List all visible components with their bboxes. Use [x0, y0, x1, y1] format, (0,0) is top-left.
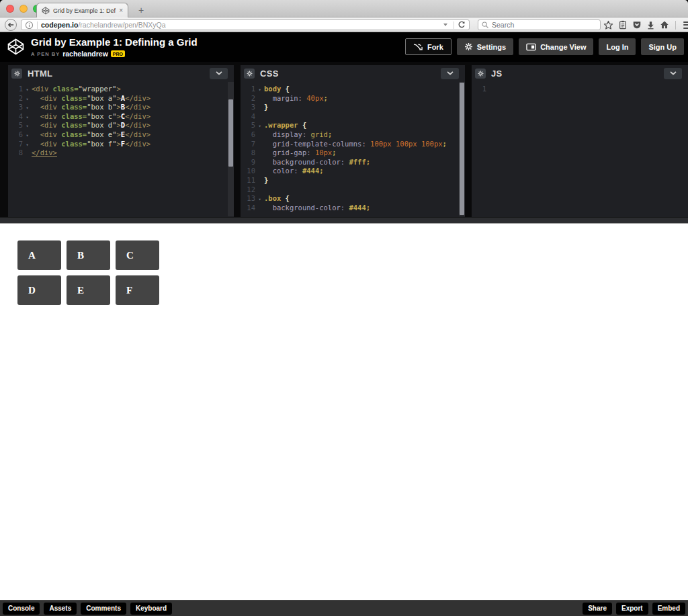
home-icon[interactable] [660, 20, 669, 30]
js-settings-gear-icon[interactable] [475, 69, 486, 79]
toolbar-divider [675, 21, 676, 30]
url-domain: codepen.io [41, 21, 78, 29]
js-collapse-chevron-icon[interactable] [664, 68, 682, 79]
downloads-icon[interactable] [646, 21, 655, 30]
search-input[interactable] [492, 21, 597, 29]
search-icon [481, 21, 489, 29]
html-code-editor[interactable]: 1▾<div class="wrapper">2▾ <div class="bo… [8, 81, 234, 214]
preview-grid: ABCDEF [0, 224, 159, 305]
url-bar[interactable]: codepen.io/rachelandrew/pen/BNXyQa [21, 19, 470, 30]
url-divider [454, 21, 454, 29]
footer-button-comments[interactable]: Comments [81, 603, 126, 615]
codepen-header: Grid by Example 1: Defining a Grid A PEN… [0, 32, 688, 62]
log-in-button[interactable]: Log In [599, 38, 636, 55]
preview-box-b: B [67, 240, 110, 270]
sign-up-button[interactable]: Sign Up [641, 38, 684, 55]
browser-tab-bar: Grid by Example 1: Defining... × + [0, 0, 688, 17]
browser-tab[interactable]: Grid by Example 1: Defining... × [36, 3, 128, 17]
search-bar[interactable] [478, 19, 601, 30]
preview-box-f: F [116, 275, 159, 305]
browser-window: Grid by Example 1: Defining... × + codep… [0, 0, 688, 616]
preview-pane: ABCDEF [0, 224, 688, 600]
footer-button-console[interactable]: Console [3, 603, 40, 615]
html-settings-gear-icon[interactable] [11, 69, 22, 79]
pen-author-link[interactable]: rachelandrew [62, 50, 108, 58]
js-panel-title: JS [491, 69, 503, 79]
minimize-window-button[interactable] [19, 5, 28, 13]
html-panel-header: HTML [8, 65, 234, 81]
js-code-editor[interactable]: 1 [472, 81, 688, 214]
pocket-icon[interactable] [632, 20, 642, 30]
url-path: /rachelandrew/pen/BNXyQa [78, 21, 165, 29]
footer-bar: ConsoleAssetsCommentsKeyboard ShareExpor… [0, 600, 688, 616]
preview-box-a: A [17, 240, 61, 270]
browser-toolbar: codepen.io/rachelandrew/pen/BNXyQa [0, 17, 688, 32]
footer-button-keyboard[interactable]: Keyboard [130, 603, 172, 615]
js-panel: JS 1 [472, 65, 688, 217]
css-code-editor[interactable]: 1▾body {2 margin: 40px;3 }4 5▾.wrapper {… [241, 81, 465, 214]
editor-panels: HTML 1▾<div class="wrapper">2▾ <div clas… [0, 62, 688, 217]
menu-icon[interactable] [682, 21, 688, 29]
html-collapse-chevron-icon[interactable] [210, 68, 228, 79]
byline-prefix: A PEN BY [31, 51, 60, 57]
back-button[interactable] [5, 19, 17, 31]
change-view-icon [526, 43, 536, 51]
tab-close-icon[interactable]: × [119, 7, 123, 14]
js-panel-header: JS [472, 65, 688, 81]
footer-button-share[interactable]: Share [583, 603, 612, 615]
footer-button-assets[interactable]: Assets [44, 603, 77, 615]
preview-box-e: E [67, 275, 110, 305]
pen-titles: Grid by Example 1: Defining a Grid A PEN… [31, 36, 198, 58]
footer-left-buttons: ConsoleAssetsCommentsKeyboard [3, 603, 172, 615]
footer-right-buttons: ShareExportEmbed [583, 603, 685, 615]
pro-badge: PRO [111, 50, 125, 57]
html-editor-scrollbar[interactable] [228, 82, 234, 216]
css-settings-gear-icon[interactable] [244, 69, 255, 79]
bookmarks-list-icon[interactable] [618, 20, 628, 30]
pen-title: Grid by Example 1: Defining a Grid [31, 36, 198, 48]
css-panel-header: CSS [241, 65, 465, 81]
css-editor-scrollbar[interactable] [459, 82, 465, 216]
new-tab-button[interactable]: + [133, 5, 149, 15]
editor-preview-resizer-handle[interactable] [0, 217, 688, 224]
css-panel-title: CSS [260, 69, 279, 79]
toolbar-icons [603, 19, 688, 30]
tab-title: Grid by Example 1: Defining... [53, 7, 116, 14]
html-panel-title: HTML [28, 69, 52, 79]
preview-box-d: D [17, 275, 61, 305]
change-view-button[interactable]: Change View [519, 38, 593, 55]
bookmark-star-icon[interactable] [603, 20, 613, 30]
settings-button[interactable]: Settings [457, 38, 513, 55]
url-text: codepen.io/rachelandrew/pen/BNXyQa [41, 21, 441, 29]
codepen-logo-icon[interactable] [7, 38, 25, 56]
fork-icon [413, 43, 423, 51]
css-panel: CSS 1▾body {2 margin: 40px;3 }4 5▾.wrapp… [241, 65, 465, 217]
preview-box-c: C [116, 240, 159, 270]
url-divider [37, 21, 38, 29]
html-panel: HTML 1▾<div class="wrapper">2▾ <div clas… [8, 65, 234, 217]
footer-button-embed[interactable]: Embed [652, 603, 685, 615]
codepen-favicon-icon [42, 7, 50, 15]
css-collapse-chevron-icon[interactable] [441, 68, 459, 79]
fork-button[interactable]: Fork [405, 38, 452, 55]
footer-button-export[interactable]: Export [616, 603, 648, 615]
url-dropdown-icon[interactable] [443, 24, 447, 26]
reload-icon[interactable] [458, 21, 466, 29]
pen-byline: A PEN BY rachelandrew PRO [31, 50, 198, 58]
site-info-icon[interactable] [25, 21, 34, 30]
gear-icon [464, 42, 473, 51]
header-actions: Fork Settings Change View Log In Sign Up [405, 38, 684, 55]
close-window-button[interactable] [6, 5, 14, 13]
